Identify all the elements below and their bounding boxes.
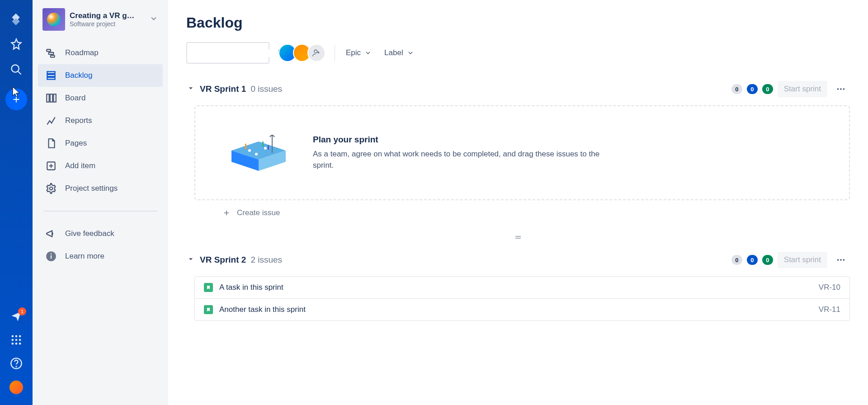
toolbar: Epic Label	[186, 42, 850, 64]
svg-rect-18	[47, 94, 49, 102]
sprint-resize-handle[interactable]	[186, 234, 850, 243]
project-subtitle: Software project	[70, 20, 135, 28]
reports-icon	[45, 115, 57, 127]
svg-rect-35	[262, 141, 264, 147]
start-sprint-button[interactable]: Start sprint	[778, 81, 827, 97]
toolbar-separator	[335, 45, 335, 61]
cursor-icon	[11, 86, 22, 100]
sidebar-divider	[43, 211, 157, 212]
nav-board[interactable]: Board	[38, 87, 163, 109]
svg-point-7	[12, 343, 14, 345]
nav-label: Learn more	[65, 252, 104, 261]
sprint-more-button[interactable]	[832, 80, 850, 98]
nav-label: Reports	[65, 116, 92, 125]
sprint-name: VR Sprint 1	[200, 84, 246, 94]
roadmap-icon	[45, 47, 57, 59]
svg-point-28	[837, 88, 839, 90]
pages-icon	[45, 137, 57, 149]
svg-rect-17	[47, 77, 55, 79]
sprint-header: VR Sprint 2 2 issues 0 0 0 Start sprint	[186, 251, 850, 269]
svg-rect-13	[49, 52, 54, 54]
svg-point-8	[15, 343, 18, 345]
start-sprint-button[interactable]: Start sprint	[778, 252, 827, 268]
help-icon[interactable]	[10, 357, 23, 370]
svg-point-27	[314, 50, 317, 53]
issue-summary: Another task in this sprint	[219, 305, 819, 314]
app-switcher-icon[interactable]	[10, 334, 23, 346]
label-label: Label	[384, 48, 403, 57]
create-button[interactable]	[5, 89, 27, 110]
sprint-more-button[interactable]	[832, 251, 850, 269]
svg-rect-15	[47, 71, 55, 73]
nav-roadmap[interactable]: Roadmap	[38, 42, 163, 64]
empty-sprint-title: Plan your sprint	[313, 135, 620, 145]
notifications-icon[interactable]: 1	[10, 310, 23, 323]
global-nav-rail: 1	[0, 0, 33, 405]
jira-logo-icon[interactable]	[10, 13, 23, 25]
status-pill-todo: 0	[731, 255, 742, 265]
issue-row[interactable]: Another task in this sprint VR-11	[195, 299, 849, 320]
sprint-issue-count: 2 issues	[250, 255, 282, 265]
svg-point-2	[15, 335, 18, 338]
svg-point-11	[16, 366, 16, 367]
nav-label: Give feedback	[65, 229, 114, 238]
epic-filter[interactable]: Epic	[344, 45, 373, 61]
svg-point-6	[19, 339, 21, 341]
status-pill-inprogress: 0	[747, 84, 758, 94]
board-icon	[45, 92, 57, 104]
issue-key: VR-11	[819, 305, 840, 314]
empty-sprint-description: As a team, agree on what work needs to b…	[313, 148, 620, 171]
svg-point-5	[15, 339, 18, 341]
status-pill-inprogress: 0	[747, 255, 758, 265]
nav-add-item[interactable]: Add item	[38, 155, 163, 177]
nav-reports[interactable]: Reports	[38, 109, 163, 132]
drag-handle-icon	[513, 234, 524, 243]
svg-point-32	[264, 147, 267, 150]
sprint-section: VR Sprint 1 0 issues 0 0 0 Start sprint	[186, 80, 850, 226]
nav-project-settings[interactable]: Project settings	[38, 177, 163, 200]
svg-point-22	[50, 187, 53, 190]
svg-point-38	[840, 259, 842, 261]
nav-backlog[interactable]: Backlog	[38, 64, 163, 87]
search-input[interactable]	[192, 49, 278, 57]
star-icon[interactable]	[10, 38, 23, 51]
assignee-avatars	[278, 44, 326, 62]
svg-rect-12	[47, 49, 51, 51]
issue-row[interactable]: A task in this sprint VR-10	[195, 277, 849, 299]
svg-point-37	[837, 259, 839, 261]
profile-avatar[interactable]	[9, 381, 23, 394]
svg-rect-24	[51, 255, 52, 259]
add-item-icon	[45, 160, 57, 172]
add-people-button[interactable]	[307, 44, 326, 62]
svg-point-30	[843, 88, 845, 90]
sprint-name: VR Sprint 2	[200, 255, 246, 265]
chevron-down-icon	[407, 49, 414, 57]
svg-rect-36	[268, 145, 269, 150]
create-issue-label: Create issue	[237, 208, 280, 217]
svg-point-4	[12, 339, 14, 341]
issue-key: VR-10	[819, 283, 840, 292]
issue-list: A task in this sprint VR-10 Another task…	[194, 276, 850, 321]
search-box[interactable]	[186, 42, 269, 64]
svg-rect-34	[245, 144, 246, 149]
chevron-down-icon[interactable]	[186, 254, 195, 265]
search-icon[interactable]	[10, 63, 23, 76]
story-icon	[204, 305, 213, 314]
main-content: Backlog Epic Label	[168, 0, 868, 405]
give-feedback[interactable]: Give feedback	[38, 222, 163, 245]
status-pill-done: 0	[762, 255, 773, 265]
chevron-down-icon[interactable]	[149, 14, 158, 25]
learn-more[interactable]: Learn more	[38, 245, 163, 268]
svg-point-0	[12, 65, 19, 72]
svg-rect-14	[51, 55, 55, 57]
nav-label: Project settings	[65, 184, 118, 193]
nav-pages[interactable]: Pages	[38, 132, 163, 155]
issue-summary: A task in this sprint	[219, 283, 819, 292]
nav-label: Backlog	[65, 71, 92, 80]
label-filter[interactable]: Label	[382, 45, 416, 61]
project-header[interactable]: Creating a VR g… Software project	[38, 8, 163, 42]
empty-sprint-placeholder: Plan your sprint As a team, agree on wha…	[194, 105, 850, 200]
status-pill-done: 0	[762, 84, 773, 94]
create-issue-button[interactable]: Create issue	[186, 200, 850, 226]
chevron-down-icon[interactable]	[186, 84, 195, 94]
